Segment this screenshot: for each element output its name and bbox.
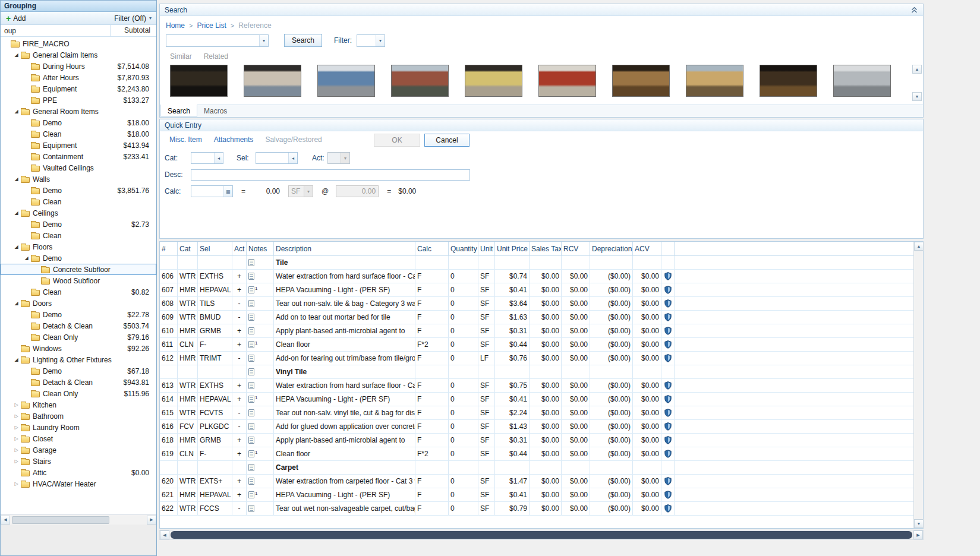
expand-arrow-icon[interactable]: ▷ [12, 422, 20, 433]
column-header-act[interactable]: Act [232, 242, 247, 255]
cancel-button[interactable]: Cancel [424, 134, 469, 147]
thumbnail-dark-interior[interactable] [760, 65, 817, 97]
tree-item-walls[interactable]: ◢Walls [1, 173, 156, 185]
search-input[interactable] [166, 35, 259, 46]
thumbnail-house-exterior[interactable] [391, 65, 449, 97]
column-header-stax[interactable]: Sales Tax [530, 242, 562, 255]
scrollbar-track[interactable] [11, 516, 146, 524]
ok-button[interactable]: OK [374, 134, 420, 147]
tree-item-clean-only[interactable]: Clean Only$115.96 [1, 388, 156, 399]
tab-macros[interactable]: Macros [197, 105, 234, 117]
note-icon[interactable] [248, 273, 254, 280]
tree-item-detach-clean[interactable]: Detach & Clean$943.81 [1, 377, 156, 388]
breadcrumb-home[interactable]: Home [166, 21, 185, 30]
tree-item-general-claim-items[interactable]: ◢General Claim Items [1, 49, 156, 61]
tree-item-after-hours[interactable]: After Hours$7,870.93 [1, 72, 156, 83]
note-icon[interactable] [248, 437, 254, 444]
tree-item-garage[interactable]: ▷Garage [1, 444, 156, 456]
tree-item-clean[interactable]: Clean [1, 196, 156, 207]
scroll-left-button[interactable]: ◀ [1, 516, 10, 525]
item-row[interactable]: 610HMRGRMB+Apply plant-based anti-microb… [160, 324, 913, 338]
item-row[interactable]: 612HMRTRIMT-Add-on for tearing out trim/… [160, 352, 913, 365]
item-row[interactable]: 606WTREXTHS+Water extraction from hard s… [160, 270, 913, 283]
note-icon[interactable] [248, 396, 254, 403]
item-row[interactable]: 608WTRTILS-Tear out non-salv. tile & bag… [160, 297, 913, 311]
expand-arrow-icon[interactable]: ▷ [12, 478, 20, 489]
scrollbar-thumb[interactable] [12, 516, 109, 524]
grid-vertical-scrollbar[interactable]: ▲ ▼ [913, 242, 923, 528]
tab-search[interactable]: Search [160, 105, 197, 117]
calc-input[interactable] [191, 186, 223, 197]
item-row[interactable]: 613WTREXTHS+Water extraction from hard s… [160, 379, 913, 393]
expand-arrow-icon[interactable]: ▷ [12, 410, 20, 422]
column-header-sel[interactable]: Sel [198, 242, 232, 255]
cat-input[interactable] [191, 153, 214, 163]
collapse-arrow-icon[interactable]: ◢ [12, 241, 20, 252]
item-row[interactable]: 620WTREXTS++Water extraction from carpet… [160, 475, 913, 488]
column-header-rcv[interactable]: RCV [562, 242, 590, 255]
tree-item-concrete-subfloor[interactable]: Concrete Subfloor [1, 264, 156, 275]
tree-item-clean[interactable]: Clean [1, 230, 156, 241]
note-icon[interactable] [248, 259, 254, 266]
note-icon[interactable] [248, 368, 254, 375]
filter-combobox[interactable]: ▾ [357, 34, 385, 47]
tree-item-demo[interactable]: Demo$18.00 [1, 117, 156, 128]
scroll-right-button[interactable]: ▶ [147, 516, 156, 525]
column-header-desc[interactable]: Description [274, 242, 415, 255]
search-dropdown-icon[interactable]: ▾ [259, 35, 268, 46]
note-icon[interactable] [248, 409, 254, 416]
flag-shield-icon[interactable] [661, 297, 675, 310]
collapse-panel-icon[interactable] [910, 7, 918, 14]
note-icon[interactable] [248, 382, 254, 389]
tree-item-clean-only[interactable]: Clean Only$79.16 [1, 331, 156, 343]
thumbnail-attic-framing[interactable] [612, 65, 670, 97]
flag-shield-icon[interactable] [661, 324, 675, 337]
desc-input[interactable] [191, 169, 470, 181]
tree-item-demo[interactable]: Demo$3,851.76 [1, 185, 156, 196]
flag-shield-icon[interactable] [661, 283, 675, 296]
tab-attachments[interactable]: Attachments [208, 135, 260, 144]
thumbnail-blue-bedroom[interactable] [317, 65, 375, 97]
tree-item-demo[interactable]: Demo$67.18 [1, 365, 156, 377]
collapse-arrow-icon[interactable]: ◢ [12, 298, 20, 309]
thumbnail-wood-frame-structure[interactable] [686, 65, 743, 97]
group-row[interactable]: Tile [160, 256, 913, 270]
item-row[interactable]: 619CLNF-+1Clean floorF*20SF$0.44$0.00$0.… [160, 447, 913, 461]
tree-item-clean[interactable]: Clean$18.00 [1, 128, 156, 140]
expand-arrow-icon[interactable]: ▷ [12, 399, 20, 410]
thumbnail-red-wall-room[interactable] [538, 65, 596, 97]
tree-item-containment[interactable]: Containment$233.41 [1, 151, 156, 162]
tree-item-windows[interactable]: Windows$92.26 [1, 343, 156, 354]
note-icon[interactable] [248, 505, 254, 512]
tree-item-wood-subfloor[interactable]: Wood Subfloor [1, 275, 156, 286]
grouping-filter-dropdown[interactable]: Filter (Off) ▾ [112, 14, 154, 23]
thumbnail-yellow-room[interactable] [465, 65, 522, 97]
cat-picker-icon[interactable]: ◂ [214, 153, 223, 163]
item-row[interactable]: 611CLNF-+1Clean floorF*20SF$0.44$0.00$0.… [160, 338, 913, 352]
sel-input[interactable] [256, 153, 288, 163]
scroll-up-button[interactable]: ▲ [912, 65, 922, 74]
item-row[interactable]: 609WTRBMUD-Add on to tear out mortar bed… [160, 311, 913, 324]
note-icon[interactable] [248, 423, 254, 430]
tree-item-detach-clean[interactable]: Detach & Clean$503.74 [1, 320, 156, 331]
group-row[interactable]: Carpet [160, 461, 913, 475]
flag-shield-icon[interactable] [661, 311, 675, 324]
tree-item-fire-macro[interactable]: FIRE_MACRO [1, 38, 156, 49]
search-button[interactable]: Search [284, 34, 322, 47]
grid-horizontal-scrollbar[interactable]: ◀ ▶ [159, 530, 924, 540]
column-header-depr[interactable]: Depreciation [590, 242, 633, 255]
scroll-up-button[interactable]: ▲ [914, 242, 924, 251]
item-row[interactable]: 622WTRFCCS-Tear out wet non-salvageable … [160, 502, 913, 516]
expand-arrow-icon[interactable]: ▷ [12, 456, 20, 467]
tree-item-equipment[interactable]: Equipment$413.94 [1, 140, 156, 151]
tree-item-equipment[interactable]: Equipment$2,243.80 [1, 83, 156, 94]
calculator-icon[interactable]: ▦ [223, 186, 232, 197]
note-icon[interactable] [248, 286, 254, 293]
collapse-arrow-icon[interactable]: ◢ [12, 106, 20, 117]
flag-shield-icon[interactable] [661, 420, 675, 433]
note-icon[interactable] [248, 450, 254, 457]
flag-shield-icon[interactable] [661, 502, 675, 515]
sel-picker-icon[interactable]: ◂ [288, 153, 297, 163]
item-row[interactable]: 615WTRFCVTS-Tear out non-salv. vinyl til… [160, 406, 913, 420]
breadcrumb-price-list[interactable]: Price List [197, 21, 226, 30]
